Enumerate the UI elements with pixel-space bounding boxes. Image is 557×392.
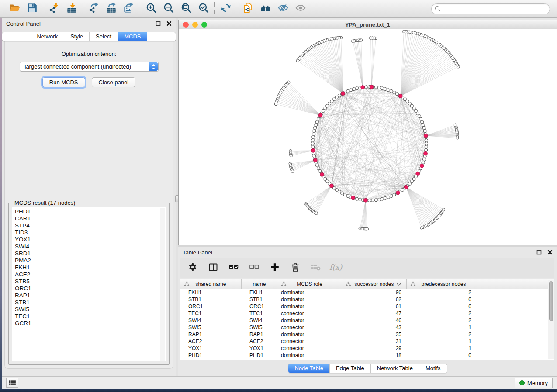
result-node-item[interactable]: PMA2 [15,257,159,264]
result-node-item[interactable]: TEC1 [15,313,159,320]
memory-button[interactable]: Memory [515,378,553,388]
export-image-button[interactable] [122,2,135,15]
table-cell[interactable]: 29 [342,345,407,352]
table-cell[interactable]: dominator [277,289,342,296]
column-header-successor-nodes[interactable]: successor nodes [342,279,407,289]
window-zoom-button[interactable] [201,22,207,28]
table-row[interactable]: YOX1YOX1connector291 [180,345,554,352]
result-node-item[interactable]: YOX1 [15,236,159,243]
float-panel-icon[interactable] [536,250,542,255]
window-minimize-button[interactable] [192,22,198,28]
result-node-item[interactable]: PHD1 [15,208,159,215]
zoom-selected-button[interactable] [197,2,210,15]
table-cell[interactable]: 0 [407,352,481,359]
column-header-MCDS-role[interactable]: MCDS role [277,279,342,289]
table-row[interactable]: PHD1PHD1dominator180 [180,352,554,359]
tab-node-table[interactable]: Node Table [288,364,330,373]
table-cell[interactable]: SWI5 [180,324,242,331]
table-cell[interactable]: 35 [342,331,407,338]
show-panels-button[interactable] [6,378,18,388]
table-cell[interactable]: 2 [407,331,481,338]
search-input[interactable] [431,3,550,14]
network-canvas[interactable] [179,29,557,245]
result-node-item[interactable]: STB5 [15,278,159,285]
run-mcds-button[interactable]: Run MCDS [42,77,85,87]
result-node-item[interactable]: TID3 [15,229,159,236]
table-cell[interactable]: STB1 [242,296,277,303]
refresh-button[interactable] [219,2,232,15]
table-row[interactable]: SWI5SWI5connector431 [180,324,554,331]
table-cell[interactable]: 62 [342,296,407,303]
export-network-button[interactable] [87,2,100,15]
result-list-scrollbar[interactable] [160,208,165,361]
table-cell[interactable]: 2 [407,310,481,317]
table-cell[interactable]: RAP1 [242,331,277,338]
result-node-item[interactable]: GCR1 [15,320,159,327]
zoom-in-button[interactable] [145,2,158,15]
table-scrollbar[interactable] [548,280,554,359]
table-row[interactable]: FKH1FKH1dominator962 [180,289,554,296]
table-cell[interactable]: TEC1 [180,310,242,317]
houses-button[interactable] [259,2,272,15]
tab-motifs[interactable]: Motifs [419,364,447,373]
table-cell[interactable]: connector [277,310,342,317]
result-node-item[interactable]: FKH1 [15,264,159,271]
gear-button[interactable] [186,261,199,275]
table-row[interactable]: ORC1ORC1dominator610 [180,303,554,310]
table-cell[interactable]: STB1 [180,296,242,303]
column-header-name[interactable]: name [242,279,277,289]
result-node-item[interactable]: SRD1 [15,250,159,257]
result-node-item[interactable]: SWI5 [15,306,159,313]
table-scrollbar-thumb[interactable] [549,281,553,321]
optimization-criterion-dropdown[interactable]: largest connected component (undirected) [20,62,159,72]
network-snapshot-button[interactable] [242,2,255,15]
table-row[interactable]: SWI4SWI4dominator462 [180,317,554,324]
table-cell[interactable]: FKH1 [180,289,242,296]
table-cell[interactable]: ACE2 [242,338,277,345]
save-button[interactable] [25,2,38,15]
import-table-button[interactable] [65,2,78,15]
result-node-item[interactable]: CAR1 [15,215,159,222]
table-cell[interactable]: 2 [407,317,481,324]
table-cell[interactable]: YOX1 [180,345,242,352]
table-cell[interactable]: 1 [407,338,481,345]
table-cell[interactable]: dominator [277,296,342,303]
close-panel-icon[interactable] [166,21,172,26]
table-cell[interactable]: PHD1 [180,352,242,359]
open-file-button[interactable] [8,2,21,15]
table-cell[interactable]: PHD1 [242,352,277,359]
table-row[interactable]: RAP1RAP1dominator352 [180,331,554,338]
table-cell[interactable]: SWI4 [180,317,242,324]
result-node-item[interactable]: STB1 [15,299,159,306]
table-cell[interactable]: SWI5 [242,324,277,331]
close-panel-icon[interactable] [547,250,553,255]
table-row[interactable]: TEC1TEC1connector472 [180,310,554,317]
table-cell[interactable]: connector [277,324,342,331]
table-cell[interactable]: FKH1 [242,289,277,296]
table-cell[interactable]: dominator [277,317,342,324]
zoom-fit-button[interactable] [180,2,193,15]
tab-select[interactable]: Select [90,32,118,41]
column-header-shared-name[interactable]: shared name [180,279,242,289]
float-panel-icon[interactable] [156,21,161,26]
table-cell[interactable]: RAP1 [180,331,242,338]
table-cell[interactable]: 43 [342,324,407,331]
table-cell[interactable]: SWI4 [242,317,277,324]
window-close-button[interactable] [183,22,189,28]
tab-style[interactable]: Style [64,32,90,41]
table-cell[interactable]: 61 [342,303,407,310]
table-cell[interactable]: 0 [407,296,481,303]
result-node-item[interactable]: ORC1 [15,285,159,292]
trash-button[interactable] [289,261,302,275]
table-cell[interactable]: 47 [342,310,407,317]
result-node-item[interactable]: RAP1 [15,292,159,299]
table-cell[interactable]: 18 [342,352,407,359]
table-cell[interactable]: 96 [342,289,407,296]
tab-edge-table[interactable]: Edge Table [330,364,371,373]
hide-selected-eye-button[interactable] [277,2,290,15]
table-cell[interactable]: 1 [407,345,481,352]
export-table-button[interactable] [105,2,118,15]
table-cell[interactable]: dominator [277,331,342,338]
zoom-out-button[interactable] [162,2,175,15]
columns-button[interactable] [207,261,220,275]
